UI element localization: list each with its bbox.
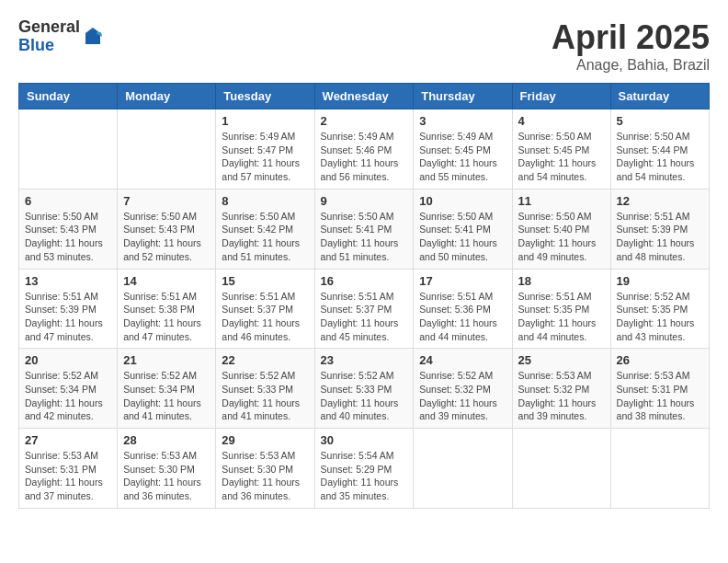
table-row: 4 Sunrise: 5:50 AM Sunset: 5:45 PM Dayli… [512,109,610,190]
day-number: 26 [617,353,703,367]
daylight-text: Daylight: 11 hours and 36 minutes. [222,477,300,501]
calendar-week-row: 27 Sunrise: 5:53 AM Sunset: 5:31 PM Dayl… [19,429,710,509]
sunrise-text: Sunrise: 5:50 AM [222,211,295,222]
table-row [610,429,709,509]
daylight-text: Daylight: 11 hours and 46 minutes. [222,317,300,342]
daylight-text: Daylight: 11 hours and 35 minutes. [321,477,399,501]
sunrise-text: Sunrise: 5:53 AM [518,370,592,381]
day-number: 14 [123,274,210,288]
table-row: 7 Sunrise: 5:50 AM Sunset: 5:43 PM Dayli… [118,189,216,269]
day-info: Sunrise: 5:52 AM Sunset: 5:32 PM Dayligh… [419,369,506,423]
calendar-week-row: 1 Sunrise: 5:49 AM Sunset: 5:47 PM Dayli… [19,109,710,190]
day-number: 18 [518,274,605,288]
sunset-text: Sunset: 5:37 PM [222,304,293,315]
table-row: 26 Sunrise: 5:53 AM Sunset: 5:31 PM Dayl… [610,349,709,429]
sunrise-text: Sunrise: 5:52 AM [123,370,197,381]
sunset-text: Sunset: 5:40 PM [518,224,590,235]
day-info: Sunrise: 5:49 AM Sunset: 5:46 PM Dayligh… [321,130,408,184]
calendar-table: Sunday Monday Tuesday Wednesday Thursday… [18,83,710,509]
sunrise-text: Sunrise: 5:51 AM [321,291,394,302]
calendar-week-row: 6 Sunrise: 5:50 AM Sunset: 5:43 PM Dayli… [19,189,710,269]
sunrise-text: Sunrise: 5:53 AM [617,370,690,381]
sunset-text: Sunset: 5:32 PM [518,384,590,395]
sunrise-text: Sunrise: 5:49 AM [321,131,394,142]
day-info: Sunrise: 5:51 AM Sunset: 5:39 PM Dayligh… [617,210,703,264]
day-info: Sunrise: 5:50 AM Sunset: 5:41 PM Dayligh… [321,210,408,264]
day-number: 28 [123,433,210,447]
table-row [414,429,512,509]
daylight-text: Daylight: 11 hours and 41 minutes. [222,397,300,422]
sunset-text: Sunset: 5:43 PM [123,224,195,235]
daylight-text: Daylight: 11 hours and 47 minutes. [25,317,103,342]
table-row: 9 Sunrise: 5:50 AM Sunset: 5:41 PM Dayli… [314,189,414,269]
day-number: 17 [419,274,506,288]
day-number: 8 [222,194,308,208]
sunset-text: Sunset: 5:34 PM [123,384,195,395]
day-info: Sunrise: 5:52 AM Sunset: 5:33 PM Dayligh… [222,369,308,423]
table-row: 14 Sunrise: 5:51 AM Sunset: 5:38 PM Dayl… [118,269,216,349]
logo-general: General [18,18,80,37]
day-number: 2 [321,114,408,128]
sunset-text: Sunset: 5:35 PM [617,304,688,315]
day-number: 11 [518,194,605,208]
daylight-text: Daylight: 11 hours and 43 minutes. [617,317,695,342]
table-row: 10 Sunrise: 5:50 AM Sunset: 5:41 PM Dayl… [414,189,512,269]
daylight-text: Daylight: 11 hours and 56 minutes. [321,157,399,182]
sunset-text: Sunset: 5:44 PM [617,144,688,155]
table-row: 22 Sunrise: 5:52 AM Sunset: 5:33 PM Dayl… [216,349,314,429]
day-number: 7 [123,194,210,208]
table-row: 23 Sunrise: 5:52 AM Sunset: 5:33 PM Dayl… [314,349,414,429]
daylight-text: Daylight: 11 hours and 48 minutes. [617,237,695,262]
sunset-text: Sunset: 5:43 PM [25,224,97,235]
daylight-text: Daylight: 11 hours and 47 minutes. [123,317,201,342]
table-row: 27 Sunrise: 5:53 AM Sunset: 5:31 PM Dayl… [19,429,118,509]
day-info: Sunrise: 5:51 AM Sunset: 5:38 PM Dayligh… [123,290,210,344]
day-info: Sunrise: 5:52 AM Sunset: 5:33 PM Dayligh… [321,369,408,423]
day-number: 5 [617,114,703,128]
day-info: Sunrise: 5:50 AM Sunset: 5:41 PM Dayligh… [419,210,506,264]
header-sunday: Sunday [19,84,118,109]
day-info: Sunrise: 5:51 AM Sunset: 5:35 PM Dayligh… [518,290,605,344]
day-number: 23 [321,353,408,367]
daylight-text: Daylight: 11 hours and 37 minutes. [25,477,103,501]
day-number: 21 [123,353,210,367]
sunrise-text: Sunrise: 5:49 AM [419,131,493,142]
day-number: 27 [25,433,111,447]
logo-icon [82,26,104,48]
day-number: 29 [222,433,308,447]
header-friday: Friday [512,84,610,109]
sunset-text: Sunset: 5:39 PM [25,304,97,315]
day-number: 4 [518,114,605,128]
day-number: 20 [25,353,111,367]
sunrise-text: Sunrise: 5:52 AM [419,370,493,381]
day-info: Sunrise: 5:51 AM Sunset: 5:39 PM Dayligh… [25,290,111,344]
day-info: Sunrise: 5:50 AM Sunset: 5:43 PM Dayligh… [25,210,111,264]
daylight-text: Daylight: 11 hours and 49 minutes. [518,237,597,262]
daylight-text: Daylight: 11 hours and 45 minutes. [321,317,399,342]
sunrise-text: Sunrise: 5:54 AM [321,450,394,461]
header-wednesday: Wednesday [314,84,414,109]
daylight-text: Daylight: 11 hours and 36 minutes. [123,477,201,501]
table-row: 18 Sunrise: 5:51 AM Sunset: 5:35 PM Dayl… [512,269,610,349]
day-info: Sunrise: 5:53 AM Sunset: 5:31 PM Dayligh… [617,369,703,423]
logo: General Blue [18,18,104,55]
table-row: 20 Sunrise: 5:52 AM Sunset: 5:34 PM Dayl… [19,349,118,429]
table-row: 28 Sunrise: 5:53 AM Sunset: 5:30 PM Dayl… [118,429,216,509]
table-row: 2 Sunrise: 5:49 AM Sunset: 5:46 PM Dayli… [314,109,414,190]
day-info: Sunrise: 5:51 AM Sunset: 5:37 PM Dayligh… [321,290,408,344]
daylight-text: Daylight: 11 hours and 40 minutes. [321,397,399,422]
table-row: 17 Sunrise: 5:51 AM Sunset: 5:36 PM Dayl… [414,269,512,349]
day-info: Sunrise: 5:54 AM Sunset: 5:29 PM Dayligh… [321,449,408,503]
sunset-text: Sunset: 5:33 PM [222,384,293,395]
day-info: Sunrise: 5:51 AM Sunset: 5:36 PM Dayligh… [419,290,506,344]
daylight-text: Daylight: 11 hours and 51 minutes. [222,237,300,262]
sunset-text: Sunset: 5:41 PM [419,224,491,235]
page-header: General Blue April 2025 Anage, Bahia, Br… [18,18,710,74]
sunrise-text: Sunrise: 5:50 AM [518,211,592,222]
day-number: 6 [25,194,111,208]
sunrise-text: Sunrise: 5:52 AM [617,291,690,302]
table-row: 25 Sunrise: 5:53 AM Sunset: 5:32 PM Dayl… [512,349,610,429]
table-row: 5 Sunrise: 5:50 AM Sunset: 5:44 PM Dayli… [610,109,709,190]
table-row: 6 Sunrise: 5:50 AM Sunset: 5:43 PM Dayli… [19,189,118,269]
sunrise-text: Sunrise: 5:52 AM [222,370,295,381]
